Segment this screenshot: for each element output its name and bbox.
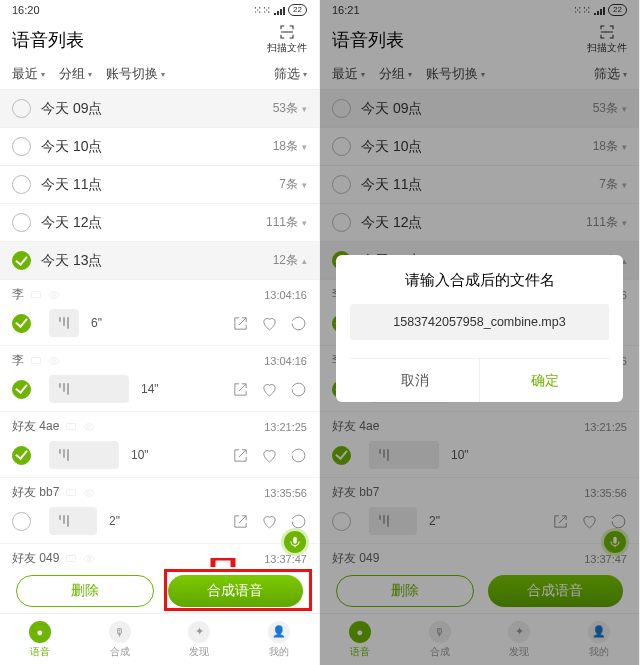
voice-icon: ● bbox=[29, 621, 51, 643]
svg-point-9 bbox=[88, 557, 91, 560]
signal-icon: ⁙⁙ bbox=[253, 4, 271, 17]
delete-button[interactable]: 删除 bbox=[16, 575, 154, 607]
refresh-icon[interactable] bbox=[290, 315, 307, 332]
refresh-icon[interactable] bbox=[290, 381, 307, 398]
voice-bubble[interactable] bbox=[49, 507, 97, 535]
wave-icon bbox=[59, 383, 69, 395]
msg-header: 李13:04:16 bbox=[0, 280, 319, 303]
nav-me[interactable]: 👤我的 bbox=[239, 614, 319, 665]
dialog-cancel-button[interactable]: 取消 bbox=[350, 359, 480, 402]
msg-row[interactable]: 6" bbox=[0, 303, 319, 346]
msg-row[interactable]: 2" bbox=[0, 501, 319, 544]
msg-header: 好友 04913:37:47 bbox=[0, 544, 319, 567]
share-icon[interactable] bbox=[232, 381, 249, 398]
svg-point-3 bbox=[53, 359, 56, 362]
svg-rect-8 bbox=[67, 555, 76, 561]
chat-icon bbox=[30, 289, 42, 301]
day-row[interactable]: 今天 13点12条▴ bbox=[0, 242, 319, 280]
eye-icon bbox=[83, 553, 95, 565]
svg-point-7 bbox=[88, 491, 91, 494]
nav-discover[interactable]: ✦发现 bbox=[160, 614, 240, 665]
day-row[interactable]: 今天 12点111条▾ bbox=[0, 204, 319, 242]
share-icon[interactable] bbox=[232, 447, 249, 464]
eye-icon bbox=[48, 355, 60, 367]
svg-rect-2 bbox=[32, 357, 41, 363]
svg-rect-6 bbox=[67, 489, 76, 495]
status-bar: 16:20 ⁙⁙22 bbox=[0, 0, 319, 20]
voice-bubble[interactable] bbox=[49, 375, 129, 403]
refresh-icon[interactable] bbox=[290, 447, 307, 464]
chat-icon bbox=[65, 487, 77, 499]
voice-bubble[interactable] bbox=[49, 309, 79, 337]
filename-dialog: 请输入合成后的文件名 1583742057958_combine.mp3 取消 … bbox=[336, 255, 623, 402]
content-body: 今天 09点53条▾ 今天 10点18条▾ 今天 11点7条▾ 今天 12点11… bbox=[0, 90, 319, 567]
checkbox-icon[interactable] bbox=[12, 99, 31, 118]
wave-icon bbox=[59, 317, 69, 329]
day-row[interactable]: 今天 11点7条▾ bbox=[0, 166, 319, 204]
checkbox-icon[interactable] bbox=[12, 380, 31, 399]
svg-rect-4 bbox=[67, 423, 76, 429]
scan-icon bbox=[279, 24, 295, 40]
day-row[interactable]: 今天 09点53条▾ bbox=[0, 90, 319, 128]
mic-fab[interactable] bbox=[281, 528, 309, 556]
refresh-icon[interactable] bbox=[290, 513, 307, 530]
svg-rect-0 bbox=[32, 291, 41, 297]
nav-combine[interactable]: 🎙合成 bbox=[80, 614, 160, 665]
checkbox-icon[interactable] bbox=[12, 175, 31, 194]
chat-icon bbox=[30, 355, 42, 367]
msg-header: 李13:04:16 bbox=[0, 346, 319, 369]
battery-icon: 22 bbox=[288, 4, 307, 16]
day-row[interactable]: 今天 10点18条▾ bbox=[0, 128, 319, 166]
dialog-title: 请输入合成后的文件名 bbox=[350, 271, 609, 290]
svg-rect-10 bbox=[293, 537, 297, 544]
bottom-nav: ●语音 🎙合成 ✦发现 👤我的 bbox=[0, 613, 319, 665]
checkbox-icon[interactable] bbox=[12, 213, 31, 232]
heart-icon[interactable] bbox=[261, 381, 278, 398]
filter-tabs: 最近▾ 分组▾ 账号切换▾ 筛选▾ bbox=[0, 59, 319, 90]
checkbox-icon[interactable] bbox=[12, 251, 31, 270]
heart-icon[interactable] bbox=[261, 315, 278, 332]
eye-icon bbox=[83, 487, 95, 499]
filename-input[interactable]: 1583742057958_combine.mp3 bbox=[350, 304, 609, 340]
eye-icon bbox=[83, 421, 95, 433]
status-time: 16:20 bbox=[12, 4, 40, 16]
msg-header: 好友 bb713:35:56 bbox=[0, 478, 319, 501]
compass-icon: ✦ bbox=[188, 621, 210, 643]
nav-voice[interactable]: ●语音 bbox=[0, 614, 80, 665]
wave-icon bbox=[59, 515, 69, 527]
screen-right: 16:21 ⁙⁙22 语音列表 扫描文件 最近▾ 分组▾ 账号切换▾ 筛选▾ 今… bbox=[320, 0, 640, 665]
svg-point-1 bbox=[53, 293, 56, 296]
wave-icon bbox=[59, 449, 69, 461]
page-title: 语音列表 bbox=[12, 28, 267, 52]
checkbox-icon[interactable] bbox=[12, 137, 31, 156]
checkbox-icon[interactable] bbox=[12, 314, 31, 333]
checkbox-icon[interactable] bbox=[12, 446, 31, 465]
tab-account[interactable]: 账号切换▾ bbox=[106, 65, 165, 83]
msg-row[interactable]: 10" bbox=[0, 435, 319, 478]
msg-header: 好友 4ae13:21:25 bbox=[0, 412, 319, 435]
eye-icon bbox=[48, 289, 60, 301]
dialog-ok-button[interactable]: 确定 bbox=[480, 359, 609, 402]
checkbox-icon[interactable] bbox=[12, 512, 31, 531]
tab-group[interactable]: 分组▾ bbox=[59, 65, 92, 83]
signal-bars-icon bbox=[274, 6, 285, 15]
combine-icon: 🎙 bbox=[109, 621, 131, 643]
scan-button[interactable]: 扫描文件 bbox=[267, 24, 307, 55]
heart-icon[interactable] bbox=[261, 447, 278, 464]
tab-recent[interactable]: 最近▾ bbox=[12, 65, 45, 83]
chat-icon bbox=[65, 553, 77, 565]
chat-icon bbox=[65, 421, 77, 433]
voice-bubble[interactable] bbox=[49, 441, 119, 469]
msg-row[interactable]: 14" bbox=[0, 369, 319, 412]
svg-point-5 bbox=[88, 425, 91, 428]
highlight-box-icon bbox=[164, 569, 312, 611]
screen-left: 16:20 ⁙⁙22 语音列表 扫描文件 最近▾ 分组▾ 账号切换▾ 筛选▾ 今… bbox=[0, 0, 320, 665]
mic-icon bbox=[288, 535, 302, 549]
heart-icon[interactable] bbox=[261, 513, 278, 530]
person-icon: 👤 bbox=[268, 621, 290, 643]
tab-filter[interactable]: 筛选▾ bbox=[274, 65, 307, 83]
share-icon[interactable] bbox=[232, 315, 249, 332]
share-icon[interactable] bbox=[232, 513, 249, 530]
